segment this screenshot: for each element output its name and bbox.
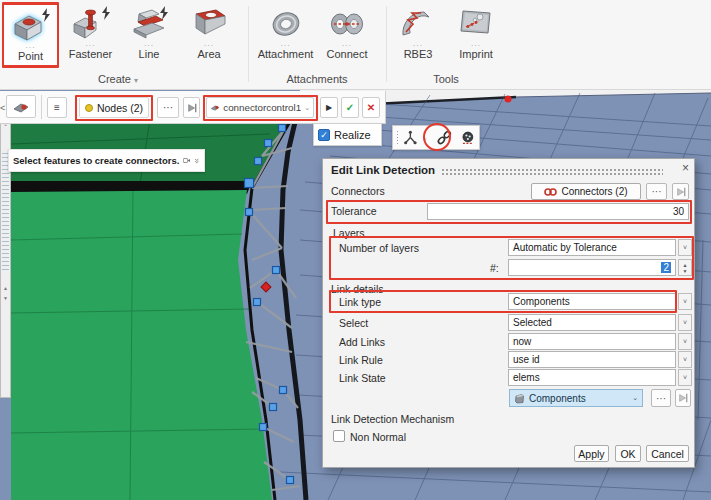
layer-count-spinner[interactable]: ▲ ▼	[678, 259, 692, 276]
link-type-value: Components	[513, 296, 570, 307]
ribbon-group-tools: Tools	[396, 73, 496, 85]
reject-button[interactable]: ✕	[362, 97, 380, 118]
ribbon-button-connect[interactable]: ··· Connect	[318, 3, 376, 67]
connectors-options-button[interactable]: ···	[646, 183, 667, 200]
ellipsis-icon: ···	[652, 186, 662, 197]
chevron-down-icon[interactable]: ⌄	[422, 134, 428, 142]
tolerance-input[interactable]: 30	[427, 203, 689, 220]
link-rule-value: use id	[513, 354, 540, 365]
ribbon-button-attachment-label: Attachment	[258, 48, 314, 61]
area-icon	[188, 3, 230, 43]
dialog-drag-handle[interactable]	[441, 168, 663, 175]
chevron-down-icon: ▾	[134, 76, 138, 85]
layer-count-input[interactable]: 2	[508, 259, 676, 276]
chevron-down-icon: ⌄	[632, 394, 638, 402]
number-of-layers-dropdown[interactable]: Automatic by Tolerance	[508, 239, 676, 256]
link-rule-label: Link Rule	[339, 354, 383, 366]
ribbon: ··· Point ··· Fastener	[0, 0, 711, 90]
ribbon-button-rbe3[interactable]: ··· RBE3	[392, 3, 444, 67]
chevron-down-icon: ˅	[683, 319, 687, 326]
ribbon-group-tools-label: Tools	[433, 73, 459, 85]
ribbon-group-create-label: Create	[98, 73, 131, 85]
dialog-title: Edit Link Detection	[331, 164, 435, 176]
connector-tool-button[interactable]	[6, 95, 36, 118]
cancel-button-label: Cancel	[651, 448, 684, 460]
dialog-close-button[interactable]: ×	[682, 161, 689, 175]
connectors-pin-button[interactable]	[672, 183, 689, 200]
link-rule-chevron[interactable]: ˅	[678, 351, 692, 368]
add-links-dropdown[interactable]: now	[508, 333, 676, 350]
camera-icon[interactable]	[183, 156, 190, 165]
pin-panel-button[interactable]	[183, 97, 200, 118]
chevron-double-down-icon[interactable]	[194, 156, 200, 166]
realize-sphere-icon[interactable]	[460, 130, 476, 146]
link-detection-icon[interactable]	[435, 128, 454, 147]
realize-checkbox[interactable]: ✓	[318, 129, 330, 141]
link-type-chevron[interactable]: ˅	[678, 293, 692, 310]
ribbon-button-line[interactable]: ··· Line	[121, 3, 177, 67]
spinner-down-icon: ▼	[683, 268, 688, 274]
accept-button[interactable]: ✓	[341, 97, 359, 118]
line-icon	[128, 3, 170, 43]
pin-icon	[676, 187, 686, 197]
nodes-selector-button[interactable]: Nodes (2)	[79, 97, 149, 118]
list-menu-button[interactable]: ≡	[47, 97, 67, 118]
components-collector-button[interactable]: Components ⌄	[509, 389, 643, 407]
connectors-collector-button[interactable]: Connectors (2)	[531, 183, 641, 200]
cross-icon: ✕	[367, 102, 375, 113]
ellipsis-icon: ···	[656, 393, 666, 404]
link-detection-mechanism-label: Link Detection Mechanism	[331, 413, 454, 425]
chevron-down-icon: ˅	[683, 338, 687, 345]
ellipsis-icon: ···	[163, 102, 173, 113]
ribbon-group-create[interactable]: Create ▾	[70, 73, 166, 85]
ribbon-button-attachment[interactable]: ··· Attachment	[256, 3, 315, 67]
proceed-button[interactable]: ▶	[320, 97, 338, 118]
link-state-chevron[interactable]: ˅	[678, 369, 692, 386]
menu-icon: ≡	[54, 102, 60, 113]
rbe3-icon	[397, 3, 439, 43]
select-chevron[interactable]: ˅	[678, 314, 692, 331]
number-of-layers-value: Automatic by Tolerance	[513, 242, 617, 253]
application-window: ··· Point ··· Fastener	[0, 0, 711, 500]
guide-message-text: Select features to create connectors.	[13, 155, 179, 166]
components-entity-icon	[514, 393, 525, 404]
components-pin-button[interactable]	[675, 389, 691, 407]
number-of-layers-label: Number of layers	[339, 242, 419, 254]
panel-collapse-chevron[interactable]: <	[0, 103, 5, 113]
check-icon: ✓	[320, 130, 328, 140]
tolerance-label: Tolerance	[331, 205, 377, 217]
ribbon-group-attachments-label: Attachments	[286, 73, 347, 85]
ribbon-button-area[interactable]: ··· Area	[181, 3, 237, 67]
ribbon-button-rbe3-label: RBE3	[404, 48, 433, 61]
link-rule-dropdown[interactable]: use id	[508, 351, 676, 368]
non-normal-checkbox[interactable]	[333, 430, 345, 442]
link-details-section-label: Link details	[331, 283, 384, 295]
link-type-dropdown[interactable]: Components	[508, 293, 676, 310]
pin-icon	[678, 393, 688, 403]
spider-connector-icon[interactable]	[402, 129, 419, 146]
scroll-down-icon[interactable]: ▼	[3, 293, 8, 303]
selection-options-button[interactable]: ···	[157, 97, 179, 118]
ribbon-button-fastener[interactable]: ··· Fastener	[62, 3, 119, 67]
scroll-up-icon[interactable]: ▲	[3, 283, 8, 293]
lightning-icon	[160, 6, 168, 20]
ribbon-button-imprint[interactable]: ··· Imprint	[450, 3, 502, 67]
link-state-value: elems	[513, 372, 540, 383]
ok-button-label: OK	[620, 448, 635, 460]
add-links-chevron[interactable]: ˅	[678, 333, 692, 350]
lightning-icon	[102, 6, 110, 20]
number-of-layers-chevron[interactable]: ˅	[678, 239, 692, 256]
lightning-icon	[42, 8, 50, 22]
drag-handle[interactable]	[396, 130, 399, 146]
ok-button[interactable]: OK	[615, 445, 641, 462]
select-value: Selected	[513, 317, 552, 328]
select-dropdown[interactable]: Selected	[508, 314, 676, 331]
connector-control-dropdown[interactable]: connectorcontrol1 ⌄	[206, 97, 314, 118]
cancel-button[interactable]: Cancel	[646, 445, 689, 462]
apply-button[interactable]: Apply	[574, 445, 609, 462]
link-state-dropdown[interactable]: elems	[508, 369, 676, 386]
ribbon-button-point[interactable]: ··· Point	[2, 3, 59, 67]
non-normal-label: Non Normal	[350, 431, 406, 443]
components-options-button[interactable]: ···	[651, 389, 671, 407]
ribbon-separator	[386, 6, 387, 82]
